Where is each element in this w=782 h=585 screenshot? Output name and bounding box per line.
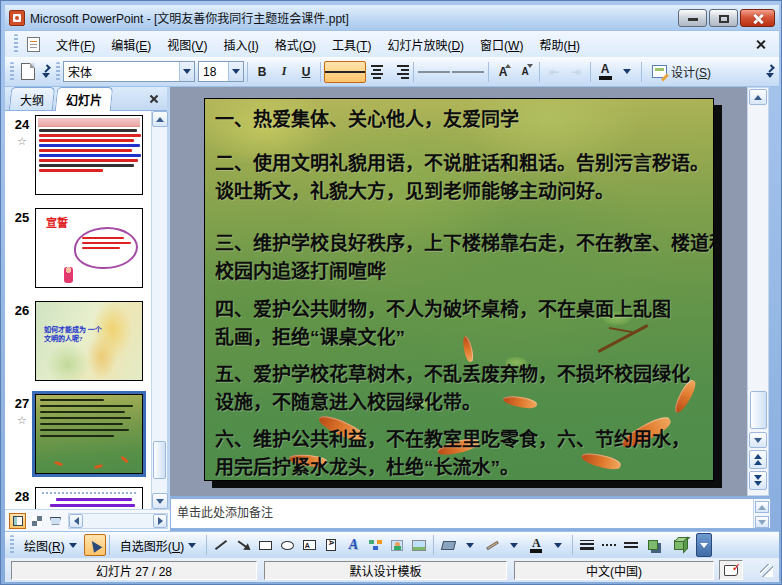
close-button[interactable]	[740, 9, 775, 27]
bullets-button[interactable]	[451, 61, 485, 83]
restore-button[interactable]	[709, 9, 738, 27]
scroll-up-button[interactable]	[749, 89, 767, 105]
slide-25-thumbnail[interactable]: 宣誓	[35, 208, 143, 288]
tab-slides[interactable]: 幻灯片	[55, 87, 114, 111]
slide-24-thumbnail[interactable]	[35, 115, 143, 195]
menu-item-tools[interactable]: 工具(T)	[324, 32, 379, 57]
slide-text-block[interactable]: 一、热爱集体、关心他人，友爱同学二、使用文明礼貌用语，不说脏话和粗话。告别污言秽…	[205, 99, 713, 481]
fill-color-button[interactable]	[437, 534, 459, 556]
fill-color-dropdown[interactable]	[459, 534, 481, 556]
slide-sorter-view-button[interactable]	[28, 513, 45, 529]
draw-menu-button[interactable]: 绘图(R)	[17, 534, 84, 557]
previous-slide-button[interactable]	[749, 450, 767, 469]
align-left-button[interactable]	[324, 61, 366, 83]
slide-paragraph[interactable]: 一、热爱集体、关心他人，友爱同学	[215, 106, 709, 134]
menu-item-format[interactable]: 格式(O)	[267, 32, 324, 57]
close-pane-icon[interactable]	[147, 92, 161, 106]
menu-item-view[interactable]: 视图(V)	[159, 32, 215, 57]
font-color-button[interactable]: A	[594, 61, 616, 83]
notes-scrollbar[interactable]	[753, 499, 770, 528]
decrease-font-size-button[interactable]: A	[514, 61, 536, 83]
decrease-indent-button[interactable]: ⇤	[543, 61, 565, 83]
insert-picture-button[interactable]	[408, 534, 430, 556]
line-button[interactable]	[210, 534, 232, 556]
new-document-button[interactable]	[17, 61, 39, 83]
scroll-up-button[interactable]	[755, 501, 769, 513]
thumbnail-row-25[interactable]: 25 宣誓	[9, 208, 153, 288]
font-color-button[interactable]: A	[525, 534, 547, 556]
slide-27-thumbnail-selected[interactable]	[35, 394, 143, 474]
combo-dropdown-icon[interactable]	[179, 62, 194, 81]
underline-button[interactable]: U	[295, 61, 317, 83]
textbox-button[interactable]: A	[298, 534, 320, 556]
rectangle-button[interactable]	[254, 534, 276, 556]
menu-item-window[interactable]: 窗口(W)	[472, 32, 531, 57]
next-slide-button[interactable]	[749, 471, 767, 490]
tab-outline[interactable]: 大纲	[9, 87, 55, 110]
increase-indent-button[interactable]: ⇥	[565, 61, 587, 83]
resize-grip[interactable]	[760, 564, 773, 577]
slide-paragraph[interactable]: 二、使用文明礼貌用语，不说脏话和粗话。告别污言秽语。谈吐斯文，礼貌大方，见到老师…	[215, 150, 709, 206]
font-size-combo[interactable]: 18	[198, 61, 244, 82]
toolbar-handle[interactable]	[10, 535, 14, 555]
font-color-dropdown[interactable]	[616, 61, 638, 83]
slide-paragraph[interactable]: 三、维护学校良好秩序，上下楼梯靠右走，不在教室、楼道和校园内追逐打闹喧哗	[215, 230, 709, 286]
scrollbar-thumb[interactable]	[153, 441, 166, 479]
design-template-status[interactable]: 默认设计模板	[264, 561, 507, 580]
scroll-down-button[interactable]	[749, 432, 767, 448]
align-center-button[interactable]	[366, 61, 388, 83]
toolbar-handle[interactable]	[14, 34, 18, 54]
vertical-textbox-button[interactable]: A	[320, 534, 342, 556]
oval-button[interactable]	[276, 534, 298, 556]
toolbar-options-button[interactable]	[696, 533, 712, 557]
thumbnail-row-24[interactable]: 24☆	[9, 115, 153, 195]
3d-style-button[interactable]	[668, 534, 690, 556]
slide-paragraph[interactable]: 五、爱护学校花草树木，不乱丢废弃物，不损坏校园绿化设施，不随意进入校园绿化带。	[215, 361, 709, 417]
wordart-button[interactable]: A	[342, 534, 364, 556]
slideshow-view-button[interactable]	[47, 513, 64, 529]
menu-item-file[interactable]: 文件(F)	[48, 32, 103, 57]
toolbar-options-button[interactable]	[763, 60, 777, 84]
dash-style-button[interactable]	[598, 534, 620, 556]
scroll-down-button[interactable]	[152, 493, 168, 509]
horizontal-scrollbar[interactable]	[68, 513, 168, 529]
line-color-button[interactable]	[481, 534, 503, 556]
document-icon[interactable]	[27, 37, 40, 52]
menu-item-edit[interactable]: 编辑(E)	[103, 32, 159, 57]
font-color-dropdown[interactable]	[547, 534, 569, 556]
language-status[interactable]: 中文(中国)	[514, 561, 714, 580]
clipart-button[interactable]	[386, 534, 408, 556]
font-name-combo[interactable]: 宋体	[63, 61, 195, 82]
notes-pane[interactable]: 单击此处添加备注	[170, 498, 771, 529]
thumbnail-row-26[interactable]: 26 如何才能成为 一个文明的人呢?	[9, 301, 153, 381]
slide-26-thumbnail[interactable]: 如何才能成为 一个文明的人呢?	[35, 301, 143, 381]
slide-paragraph[interactable]: 四、爱护公共财物，不人为破坏桌椅，不在桌面上乱图乱画，拒绝“课桌文化”	[215, 296, 709, 352]
diagram-button[interactable]	[364, 534, 386, 556]
slide-paragraph[interactable]: 六、维护公共利益，不在教室里吃零食，六、节约用水，用完后拧紧水龙头，杜绝“长流水…	[215, 426, 709, 481]
italic-button[interactable]: I	[273, 61, 295, 83]
menu-item-insert[interactable]: 插入(I)	[215, 32, 266, 57]
toolbar-overflow-button[interactable]	[39, 60, 53, 84]
line-style-button[interactable]	[576, 534, 598, 556]
thumbnail-row-27[interactable]: 27☆	[9, 394, 153, 474]
thumbnails-scrollbar[interactable]	[151, 111, 167, 509]
design-button[interactable]: 设计(S)	[645, 61, 718, 83]
slide-28-thumbnail[interactable]	[35, 487, 143, 509]
arrow-style-button[interactable]	[620, 534, 642, 556]
slide-canvas[interactable]: 一、热爱集体、关心他人，友爱同学二、使用文明礼貌用语，不说脏话和粗话。告别污言秽…	[204, 98, 714, 481]
normal-view-button[interactable]	[9, 513, 26, 529]
scrollbar-thumb[interactable]	[750, 391, 767, 429]
thumbnail-row-28[interactable]: 28☆	[9, 487, 153, 509]
scroll-up-button[interactable]	[152, 111, 168, 127]
shadow-style-button[interactable]	[642, 534, 664, 556]
line-color-dropdown[interactable]	[503, 534, 525, 556]
combo-dropdown-icon[interactable]	[228, 62, 243, 81]
arrow-button[interactable]	[232, 534, 254, 556]
increase-font-size-button[interactable]: A	[492, 61, 514, 83]
main-scrollbar[interactable]	[747, 87, 769, 496]
align-right-button[interactable]	[388, 61, 410, 83]
minimize-button[interactable]	[678, 9, 707, 27]
scroll-left-button[interactable]	[69, 514, 83, 528]
scroll-right-button[interactable]	[153, 514, 167, 528]
scroll-down-button[interactable]	[755, 516, 769, 528]
